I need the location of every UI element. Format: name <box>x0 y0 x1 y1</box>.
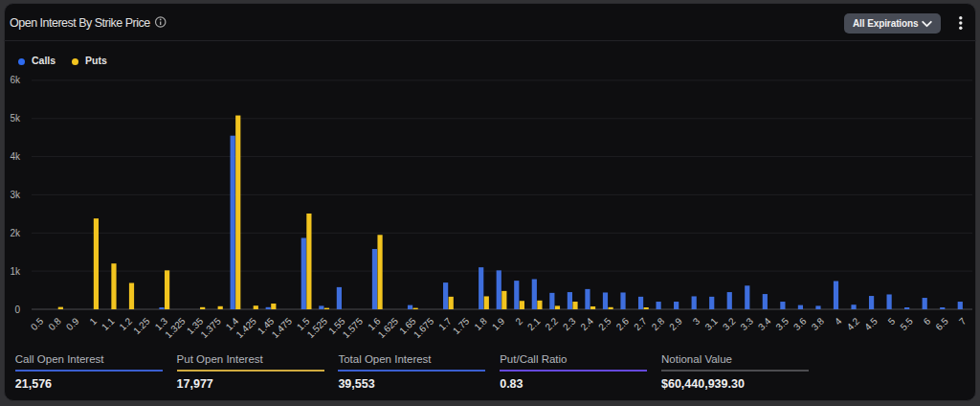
svg-text:4.5: 4.5 <box>862 315 880 332</box>
svg-text:2.8: 2.8 <box>650 315 667 332</box>
svg-text:3.3: 3.3 <box>738 315 755 332</box>
svg-text:1: 1 <box>87 315 99 327</box>
svg-text:1.325: 1.325 <box>163 315 188 340</box>
svg-text:1.625: 1.625 <box>376 315 401 340</box>
svg-text:2.6: 2.6 <box>614 315 632 332</box>
svg-text:2.2: 2.2 <box>544 315 561 332</box>
svg-text:0.9: 0.9 <box>64 315 81 332</box>
svg-text:2.7: 2.7 <box>632 315 649 332</box>
svg-text:1.425: 1.425 <box>234 315 258 340</box>
svg-text:6k: 6k <box>10 75 21 85</box>
svg-text:4.2: 4.2 <box>845 315 862 332</box>
svg-text:1.475: 1.475 <box>270 315 295 340</box>
svg-text:1k: 1k <box>10 266 21 277</box>
svg-text:5k: 5k <box>10 113 21 124</box>
svg-text:3.1: 3.1 <box>702 315 720 332</box>
svg-text:3.5: 3.5 <box>774 315 791 332</box>
svg-text:5: 5 <box>886 315 898 327</box>
svg-text:0.5: 0.5 <box>29 315 46 332</box>
svg-text:1.375: 1.375 <box>198 315 223 340</box>
svg-text:2.1: 2.1 <box>525 315 543 332</box>
svg-text:2.3: 2.3 <box>561 315 578 332</box>
svg-text:0: 0 <box>14 304 20 315</box>
svg-text:6: 6 <box>922 315 933 327</box>
svg-text:1.25: 1.25 <box>131 315 152 336</box>
svg-text:1.575: 1.575 <box>341 315 366 340</box>
svg-text:2k: 2k <box>10 228 21 238</box>
svg-text:2: 2 <box>513 315 524 327</box>
svg-text:3.8: 3.8 <box>810 315 827 332</box>
svg-text:1.525: 1.525 <box>305 315 330 340</box>
svg-text:1.9: 1.9 <box>490 315 507 332</box>
svg-text:1.1: 1.1 <box>100 315 117 332</box>
svg-text:3k: 3k <box>10 190 21 200</box>
svg-text:7: 7 <box>957 315 969 327</box>
svg-text:0.8: 0.8 <box>46 315 63 332</box>
svg-text:3: 3 <box>691 315 702 327</box>
svg-text:4: 4 <box>833 315 844 327</box>
svg-text:3.4: 3.4 <box>756 315 773 332</box>
svg-text:2.5: 2.5 <box>596 315 613 332</box>
svg-text:3.6: 3.6 <box>791 315 809 332</box>
svg-text:5.5: 5.5 <box>898 315 915 332</box>
svg-text:6.5: 6.5 <box>933 315 950 332</box>
svg-text:2.9: 2.9 <box>667 315 684 332</box>
svg-text:4k: 4k <box>10 151 21 162</box>
svg-text:1.75: 1.75 <box>451 315 472 336</box>
svg-text:1.675: 1.675 <box>412 315 436 340</box>
svg-text:1.8: 1.8 <box>472 315 489 332</box>
svg-text:3.2: 3.2 <box>721 315 738 332</box>
svg-text:2.4: 2.4 <box>579 315 596 332</box>
